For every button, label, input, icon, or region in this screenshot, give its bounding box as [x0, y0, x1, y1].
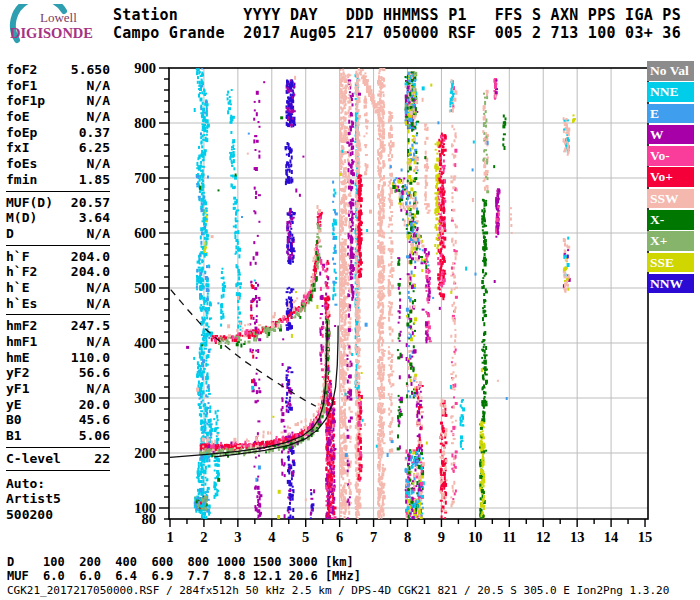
param-value: 45.6 — [79, 412, 110, 428]
param-value: 0.37 — [79, 125, 110, 141]
x-tick-13: 13 — [570, 529, 585, 545]
legend-item-noval: No Val — [647, 61, 694, 81]
param-row-hes: h`EsN/A — [6, 296, 110, 312]
param-label: h`F — [6, 249, 29, 265]
header-block: Station YYYY DAY DDD HHMMSS P1 FFS S AXN… — [113, 6, 681, 42]
param-value: N/A — [87, 93, 110, 109]
x-tick-6: 6 — [336, 529, 343, 545]
param-value: 5.650 — [71, 62, 110, 78]
legend-item-e: E — [647, 104, 694, 124]
x-tick-1: 1 — [166, 529, 173, 545]
x-tick-10: 10 — [468, 529, 483, 545]
param-value: N/A — [87, 381, 110, 397]
param-row-hmf2: hmF2247.5 — [6, 318, 110, 334]
param-label: hmF1 — [6, 334, 37, 350]
echo-type-legend: No ValNNEEWVo-Vo+SSWX-X+SSENNW — [647, 61, 696, 295]
param-row-md: M(D)3.64 — [6, 210, 110, 226]
param-value: 22 — [94, 451, 110, 467]
param-row-hmf1: hmF1N/A — [6, 334, 110, 350]
param-value: 56.6 — [79, 365, 110, 381]
param-value: 110.0 — [71, 350, 110, 366]
param-value: 3.64 — [79, 210, 110, 226]
y-tick-400: 400 — [134, 335, 156, 351]
x-tick-9: 9 — [438, 529, 445, 545]
param-row-fmin: fmin1.85 — [6, 172, 110, 188]
param-row-ye: yE20.0 — [6, 397, 110, 413]
x-tick-4: 4 — [268, 529, 275, 545]
axis-tick-labels: 9008007006005004003002001008012345678910… — [134, 60, 652, 545]
param-label: h`Es — [6, 296, 37, 312]
param-divider — [6, 314, 110, 315]
param-value: N/A — [87, 296, 110, 312]
y-tick-900: 900 — [134, 60, 156, 76]
param-row-fof1: foF1N/A — [6, 78, 110, 94]
param-label: hmE — [6, 350, 29, 366]
x-tick-15: 15 — [638, 529, 653, 545]
param-value: 1.85 — [79, 172, 110, 188]
param-label: B1 — [6, 428, 22, 444]
legend-item-sse: SSE — [647, 253, 694, 273]
param-value: N/A — [87, 78, 110, 94]
param-row-foes: foEsN/A — [6, 156, 110, 172]
param-row-hme: hmE110.0 — [6, 350, 110, 366]
param-row-fxi: fxI6.25 — [6, 140, 110, 156]
param-row-hf2: h`F2204.0 — [6, 264, 110, 280]
param-value: 20.0 — [79, 397, 110, 413]
param-value: N/A — [87, 334, 110, 350]
param-value: 20.57 — [71, 195, 110, 211]
param-label: B0 — [6, 412, 22, 428]
y-tick-200: 200 — [134, 445, 156, 461]
param-row-b1: B15.06 — [6, 428, 110, 444]
param-row-clevel: C-level22 — [6, 451, 110, 467]
param-label: D — [6, 226, 14, 242]
param-label: foF1p — [6, 93, 45, 109]
param-panel: foF25.650foF1N/AfoF1pN/AfoEN/AfoEp0.37fx… — [6, 62, 110, 523]
param-row-foe: foEN/A — [6, 109, 110, 125]
param-value: 5.06 — [79, 428, 110, 444]
logo-lowell: Lowell — [40, 10, 77, 25]
legend-item-vo-: Vo- — [647, 146, 694, 166]
x-tick-8: 8 — [404, 529, 411, 545]
x-tick-3: 3 — [234, 529, 241, 545]
param-value: N/A — [87, 109, 110, 125]
x-tick-12: 12 — [536, 529, 551, 545]
y-tick-80: 80 — [142, 511, 157, 527]
ionogram-plot: 9008007006005004003002001008012345678910… — [130, 55, 700, 554]
param-value: N/A — [87, 226, 110, 242]
param-label: foF2 — [6, 62, 37, 78]
param-label: MUF(D) — [6, 195, 53, 211]
autoscaling-block: Auto:Artist5500200 — [6, 476, 110, 523]
param-row-fof2: foF25.650 — [6, 62, 110, 78]
param-label: fmin — [6, 172, 37, 188]
ionogram-svg: 9008007006005004003002001008012345678910… — [130, 55, 700, 550]
param-value: N/A — [87, 280, 110, 296]
param-label: foF1 — [6, 78, 37, 94]
param-value: 204.0 — [71, 249, 110, 265]
legend-item-nne: NNE — [647, 82, 694, 102]
legend-item-w: W — [647, 125, 694, 145]
distance-row: D 100 200 400 600 800 1000 1500 3000 [km… — [7, 555, 354, 569]
param-row-yf1: yF1N/A — [6, 381, 110, 397]
param-label: h`E — [6, 280, 29, 296]
param-row-fof1p: foF1pN/A — [6, 93, 110, 109]
muf-row: MUF 6.0 6.0 6.4 6.9 7.7 8.8 12.1 20.6 [M… — [7, 569, 361, 583]
param-row-d: DN/A — [6, 226, 110, 242]
param-label: M(D) — [6, 210, 37, 226]
param-row-b0: B045.6 — [6, 412, 110, 428]
legend-item-vo+: Vo+ — [647, 167, 694, 187]
param-label: C-level — [6, 451, 61, 467]
param-row-hf: h`F204.0 — [6, 249, 110, 265]
axis-ticks — [159, 68, 645, 527]
auto-line: Artist5 — [6, 491, 110, 507]
param-value: 6.25 — [79, 140, 110, 156]
logo-digisonde: DIGISONDE — [10, 25, 93, 41]
legend-item-x+: X+ — [647, 231, 694, 251]
header-line-2: Campo Grande 2017 Aug05 217 050000 RSF 0… — [113, 24, 681, 42]
param-label: foEs — [6, 156, 37, 172]
param-label: h`F2 — [6, 264, 37, 280]
param-label: yF2 — [6, 365, 29, 381]
x-tick-14: 14 — [604, 529, 619, 545]
param-row-mufd: MUF(D)20.57 — [6, 195, 110, 211]
param-value: N/A — [87, 156, 110, 172]
param-row-he: h`EN/A — [6, 280, 110, 296]
